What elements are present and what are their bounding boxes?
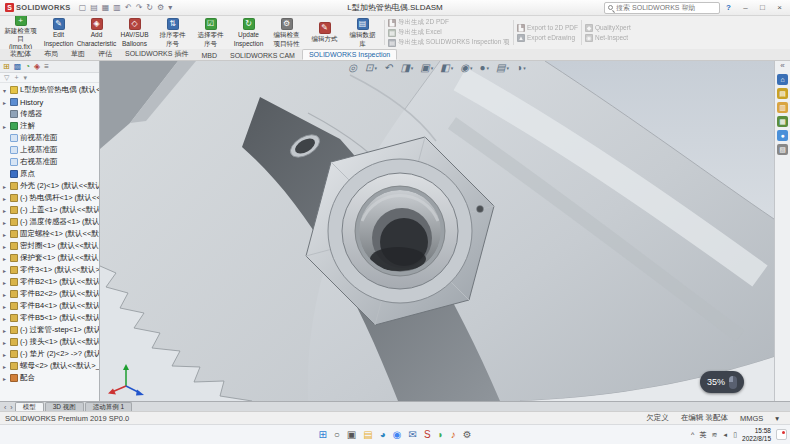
tree-item[interactable]: ▸ (-) 接头<1> (默认<<默认>_显示状态 xyxy=(0,336,99,348)
command-tab[interactable]: 装配体 xyxy=(4,48,37,60)
hide-show-items-icon[interactable]: ◉ ▾ xyxy=(460,63,472,73)
expander-icon[interactable]: ▸ xyxy=(3,183,10,190)
expander-icon[interactable]: ▸ xyxy=(3,339,10,346)
status-item[interactable]: MMGS xyxy=(740,414,763,423)
ribbon-button[interactable]: ↻ Update Inspection xyxy=(230,17,267,48)
clock[interactable]: 15:58 2022/8/15 xyxy=(742,427,771,443)
ribbon-button[interactable]: ✎ Edit Inspection xyxy=(40,17,77,48)
file-explorer-icon[interactable]: ▥ xyxy=(777,102,788,113)
command-tab[interactable]: SOLIDWORKS CAM xyxy=(224,51,301,60)
browser-button[interactable]: ◉ xyxy=(393,430,402,440)
print-icon[interactable]: ▥ xyxy=(113,4,121,12)
ribbon-small-button[interactable]: ▙ Export to 2D PDF xyxy=(517,23,578,32)
tree-item[interactable]: ▸ 配合 xyxy=(0,372,99,384)
tree-item[interactable]: ▸ (-) 上盖<1> (默认<<默认>_显示状态 xyxy=(0,204,99,216)
ribbon-small-button[interactable]: ◆ QualityXpert xyxy=(585,23,631,32)
close-button[interactable]: × xyxy=(771,1,788,15)
search-input[interactable] xyxy=(616,4,716,11)
command-tab[interactable]: MBD xyxy=(195,51,223,60)
ribbon-button[interactable]: ▤ 编辑数据 库 xyxy=(344,17,381,48)
design-library-icon[interactable]: ▤ xyxy=(777,88,788,99)
displaymanager-tab-icon[interactable]: ≡ xyxy=(44,63,49,71)
notifications-icon[interactable] xyxy=(776,429,787,440)
model-tab[interactable]: 运动算例 1 xyxy=(85,402,132,411)
tree-item[interactable]: ▸ 外壳 (2)<1> (默认<<默认>_显示状态 xyxy=(0,180,99,192)
expander-icon[interactable]: ▸ xyxy=(3,231,10,238)
search-button[interactable]: ○ xyxy=(334,430,340,440)
tree-item[interactable]: 上视基准面 xyxy=(0,144,99,156)
tree-root-item[interactable]: ▾ L型加热管热电偶 (默认<默认_显示状态-1 xyxy=(0,84,99,96)
apply-scene-icon[interactable]: ▤ ▾ xyxy=(496,63,509,73)
ribbon-button[interactable]: ⚙ 编辑检查 项目特性 xyxy=(268,17,305,48)
expander-icon[interactable]: ▾ xyxy=(3,87,10,94)
tree-item[interactable]: ▸ 注解 xyxy=(0,120,99,132)
tree-item[interactable]: 原点 xyxy=(0,168,99,180)
maximize-button[interactable]: □ xyxy=(754,1,771,15)
appearances-icon[interactable]: ● xyxy=(777,130,788,141)
expander-icon[interactable]: ▸ xyxy=(3,219,10,226)
tree-item[interactable]: ▸ 保护套<1> (默认<<默认>_显示状态 xyxy=(0,252,99,264)
expander-icon[interactable]: ▸ xyxy=(3,303,10,310)
expander-icon[interactable]: ▸ xyxy=(3,207,10,214)
expander-icon[interactable]: ▸ xyxy=(3,267,10,274)
tree-item[interactable]: ▸ (-) 温度传感器<1> (默认<<默认>_显 xyxy=(0,216,99,228)
section-view-icon[interactable]: ◨ ▾ xyxy=(400,63,413,73)
edge-browser-button[interactable]: ◕ xyxy=(380,430,386,440)
collapse-task-pane-icon[interactable]: « xyxy=(780,62,784,71)
expander-icon[interactable]: ▸ xyxy=(3,123,10,130)
status-item[interactable]: 在编辑 装配体 xyxy=(681,413,728,423)
graphics-viewport[interactable]: ◎ ⊡ ▾ ↶ ◨ ▾ ▣ ▾ ◧ xyxy=(100,61,774,401)
chat-app-button[interactable]: ◗ xyxy=(438,430,444,440)
featuremanager-tab-icon[interactable]: ⊞ xyxy=(3,63,10,71)
undo-icon[interactable]: ↶ xyxy=(125,4,132,12)
ribbon-button[interactable]: ✎ 编辑方式 xyxy=(306,17,343,48)
dropdown-icon[interactable]: ▾ xyxy=(168,4,172,12)
expander-icon[interactable]: ▸ xyxy=(3,243,10,250)
ime-indicator[interactable]: 英 xyxy=(699,430,706,440)
view-settings-icon[interactable]: ◑ ▾ xyxy=(516,63,526,73)
tree-item[interactable]: ▸ (-) 热电偶杆<1> (默认<<默认>_显示 xyxy=(0,192,99,204)
model-tab[interactable]: 3D 视图 xyxy=(45,402,84,411)
tree-item[interactable]: ▸ 零件B5<1> (默认<<默认>_显示状 xyxy=(0,312,99,324)
zoom-area-icon[interactable]: ⊡ ▾ xyxy=(365,63,377,73)
propertymanager-tab-icon[interactable]: ▩ xyxy=(14,63,22,71)
tree-item[interactable]: ▸ 固定螺栓<1> (默认<<默认>_显示状 xyxy=(0,228,99,240)
command-tab[interactable]: 评估 xyxy=(92,48,118,60)
ribbon-button[interactable]: ◈ Add Characteristic xyxy=(78,17,115,48)
help-icon[interactable]: ? xyxy=(724,3,733,12)
expander-icon[interactable]: ▸ xyxy=(3,279,10,286)
ribbon-small-button[interactable]: ▦ 导出生成 Excel xyxy=(388,28,510,37)
ribbon-small-button[interactable]: ▤ 导出生成 SOLIDWORKS Inspection 项目 xyxy=(388,38,510,47)
tree-item[interactable]: ▸ (-) 垫片 (2)<2> ->? (默认<<默认>_ xyxy=(0,348,99,360)
custom-properties-icon[interactable]: ▧ xyxy=(777,144,788,155)
view-orientation-icon[interactable]: ▣ ▾ xyxy=(420,63,433,73)
display-style-icon[interactable]: ◧ ▾ xyxy=(440,63,453,73)
tree-item[interactable]: 右视基准面 xyxy=(0,156,99,168)
new-document-icon[interactable]: ▢ xyxy=(79,4,87,12)
tree-item[interactable]: ▸ 密封圈<1> (默认<<默认>_显示状态 xyxy=(0,240,99,252)
ribbon-button[interactable]: ⇅ 排序零件 序号 xyxy=(154,17,191,48)
options-icon[interactable]: ⚙ xyxy=(157,4,164,12)
model-tab[interactable]: 模型 xyxy=(15,402,44,411)
edit-appearance-icon[interactable]: ● ▾ xyxy=(480,63,490,73)
expander-icon[interactable]: ▸ xyxy=(3,315,10,322)
dimxpertmanager-tab-icon[interactable]: ◈ xyxy=(34,63,40,71)
volume-icon[interactable]: ◄ xyxy=(722,432,728,438)
tree-item[interactable]: ▸ (-) 过套管-step<1> (默认<<默认>_ xyxy=(0,324,99,336)
zoom-fit-icon[interactable]: ◎ xyxy=(348,63,358,73)
expander-icon[interactable]: ▸ xyxy=(3,195,10,202)
expander-icon[interactable]: ▸ xyxy=(3,255,10,262)
expand-icon[interactable]: + xyxy=(14,74,18,81)
resources-icon[interactable]: ⌂ xyxy=(777,74,788,85)
tree-item[interactable]: 传感器 xyxy=(0,108,99,120)
tree-item[interactable]: ▸ 零件B2<1> (默认<<默认>_显示状 xyxy=(0,276,99,288)
tree-item[interactable]: ▸ 零件B4<1> (默认<<默认>_显示状 xyxy=(0,300,99,312)
battery-icon[interactable]: ▯ xyxy=(733,431,737,439)
ribbon-button[interactable]: + 新建检查项目 (imp.fix) xyxy=(2,17,39,48)
command-tab[interactable]: SOLIDWORKS 插件 xyxy=(119,48,194,60)
expander-icon[interactable]: ▸ xyxy=(3,327,10,334)
status-item[interactable]: 欠定义 xyxy=(646,413,669,423)
command-tab[interactable]: 布局 xyxy=(38,48,64,60)
previous-view-icon[interactable]: ↶ xyxy=(384,63,393,73)
expander-icon[interactable]: ▸ xyxy=(3,363,10,370)
